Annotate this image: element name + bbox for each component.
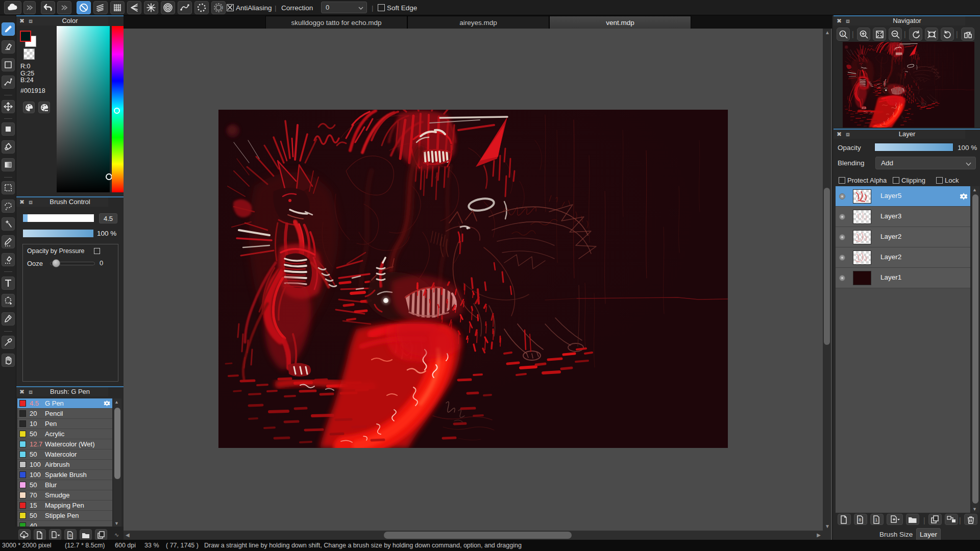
svg-text:1: 1 xyxy=(875,517,878,522)
svg-text:1: 1 xyxy=(841,32,844,36)
svg-text:8: 8 xyxy=(859,517,862,522)
svg-text:S: S xyxy=(69,533,71,538)
